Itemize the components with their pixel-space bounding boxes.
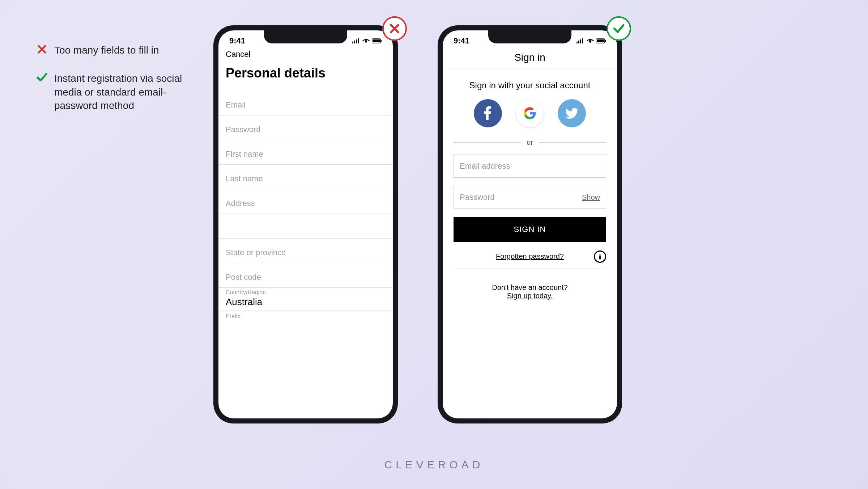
last-name-field[interactable]: Last name bbox=[218, 165, 393, 189]
comparison-canvas: Too many fields to fill in Instant regis… bbox=[0, 0, 868, 489]
no-account-text: Don't have an account? bbox=[454, 269, 606, 292]
password-input[interactable]: Password Show bbox=[454, 186, 606, 209]
post-code-field[interactable]: Post code bbox=[218, 263, 393, 288]
forgot-password-row: Forgotten password? bbox=[454, 252, 606, 269]
svg-point-14 bbox=[599, 254, 601, 256]
phone-screen-1: 9:41 Cancel Personal details Email Passw… bbox=[218, 30, 393, 418]
divider-text: or bbox=[527, 138, 533, 147]
address-field[interactable]: Address bbox=[218, 189, 393, 214]
email-field[interactable]: Email bbox=[218, 91, 393, 115]
google-button[interactable] bbox=[516, 99, 544, 127]
notch bbox=[264, 30, 347, 43]
address-2-field[interactable] bbox=[218, 214, 393, 239]
social-buttons-row bbox=[443, 99, 617, 138]
phones-container: 9:41 Cancel Personal details Email Passw… bbox=[213, 25, 622, 423]
svg-rect-10 bbox=[582, 38, 583, 43]
divider: or bbox=[443, 138, 617, 155]
status-time: 9:41 bbox=[229, 36, 245, 46]
phone-screen-2: 9:41 Sign in Sign in with your social ac… bbox=[443, 30, 617, 418]
notch bbox=[488, 30, 571, 43]
brand-logo: CLEVEROAD bbox=[384, 459, 484, 471]
forgot-password-link[interactable]: Forgotten password? bbox=[496, 252, 564, 261]
cancel-button[interactable]: Cancel bbox=[218, 47, 393, 60]
annotation-good-text: Instant registration via social media or… bbox=[54, 72, 199, 113]
twitter-icon bbox=[564, 105, 580, 121]
annotations-panel: Too many fields to fill in Instant regis… bbox=[36, 43, 199, 127]
signin-form: Email address Password Show SIGN IN Forg… bbox=[443, 155, 617, 300]
annotation-bad: Too many fields to fill in bbox=[36, 43, 199, 57]
info-icon[interactable] bbox=[594, 250, 606, 263]
facebook-icon bbox=[480, 105, 496, 121]
email-input[interactable]: Email address bbox=[454, 155, 606, 178]
annotation-bad-text: Too many fields to fill in bbox=[54, 43, 159, 57]
battery-icon bbox=[596, 38, 606, 43]
svg-rect-5 bbox=[373, 39, 380, 42]
status-icons bbox=[352, 38, 382, 43]
badge-bad bbox=[382, 16, 407, 41]
sign-in-button[interactable]: SIGN IN bbox=[454, 217, 606, 242]
svg-rect-8 bbox=[578, 41, 579, 43]
password-field[interactable]: Password bbox=[218, 115, 393, 140]
page-title: Personal details bbox=[218, 60, 393, 91]
battery-icon bbox=[372, 38, 382, 43]
first-name-field[interactable]: First name bbox=[218, 140, 393, 165]
svg-rect-9 bbox=[580, 39, 581, 43]
x-icon bbox=[36, 43, 48, 55]
country-label: Country/Region bbox=[218, 288, 393, 296]
svg-rect-15 bbox=[599, 256, 601, 259]
email-placeholder: Email address bbox=[460, 161, 510, 171]
signal-icon bbox=[352, 38, 360, 43]
sign-up-link[interactable]: Sign up today. bbox=[454, 292, 606, 300]
phone-good-example: 9:41 Sign in Sign in with your social ac… bbox=[438, 25, 622, 423]
svg-rect-13 bbox=[605, 40, 606, 42]
check-icon bbox=[36, 72, 48, 83]
prefix-field[interactable]: Prefix bbox=[218, 311, 393, 320]
status-icons bbox=[576, 38, 606, 43]
svg-rect-0 bbox=[352, 42, 353, 43]
facebook-button[interactable] bbox=[474, 99, 502, 127]
country-field[interactable]: Australia bbox=[218, 296, 393, 311]
google-icon bbox=[523, 106, 537, 121]
svg-rect-1 bbox=[354, 41, 355, 43]
page-title: Sign in bbox=[443, 47, 617, 69]
badge-good bbox=[607, 16, 631, 41]
svg-rect-3 bbox=[358, 38, 359, 43]
show-password-button[interactable]: Show bbox=[582, 193, 600, 202]
social-sign-in-label: Sign in with your social account bbox=[443, 69, 617, 99]
wifi-icon bbox=[587, 38, 594, 43]
twitter-button[interactable] bbox=[558, 99, 586, 127]
signal-icon bbox=[576, 38, 584, 43]
wifi-icon bbox=[362, 38, 370, 43]
svg-rect-6 bbox=[381, 40, 382, 42]
annotation-good: Instant registration via social media or… bbox=[36, 72, 199, 113]
state-field[interactable]: State or province bbox=[218, 239, 393, 263]
password-placeholder: Password bbox=[460, 193, 495, 202]
status-time: 9:41 bbox=[454, 36, 469, 46]
svg-rect-2 bbox=[356, 39, 357, 43]
svg-rect-7 bbox=[576, 42, 578, 43]
svg-rect-12 bbox=[597, 39, 604, 42]
phone-bad-example: 9:41 Cancel Personal details Email Passw… bbox=[213, 25, 398, 423]
